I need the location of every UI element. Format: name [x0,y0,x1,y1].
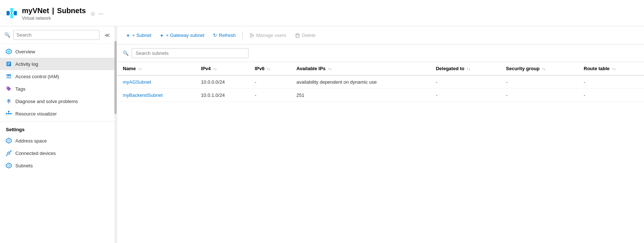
sidebar-item-label: Tags [15,86,25,92]
col-name[interactable]: Name ↑↓ [117,62,195,75]
refresh-icon: ↻ [213,33,217,38]
page-header: myVNet | Subnets Virtual network ☆ ··· [0,0,644,26]
sort-icon-delegated-to: ↑↓ [467,67,470,71]
cell-name[interactable]: myBackendSubnet [117,89,195,102]
sidebar-item-subnets[interactable]: Subnets [0,159,117,172]
svg-rect-1 [14,11,17,15]
svg-point-15 [7,87,8,88]
sidebar-item-connected-devices[interactable]: Connected devices [0,147,117,159]
add-gateway-subnet-button[interactable]: + + Gateway subnet [156,30,208,41]
manage-users-button[interactable]: Manage users [246,30,290,41]
sidebar-item-overview[interactable]: Overview [0,45,117,58]
sidebar-item-resource-visualizer[interactable]: Resource visualizer [0,107,117,120]
more-options-icon[interactable]: ··· [98,11,103,17]
sidebar-item-access-control[interactable]: Access control (IAM) [0,70,117,83]
overview-icon [6,49,12,54]
col-ipv6[interactable]: IPv6 ↑↓ [249,62,291,75]
cell-name[interactable]: myAGSubnet [117,75,195,89]
sidebar-item-diagnose[interactable]: Diagnose and solve problems [0,95,117,107]
app-logo [6,7,18,20]
sidebar-item-activity-log[interactable]: Activity log [0,58,117,70]
page-title: Subnets [57,7,86,15]
svg-marker-35 [8,164,10,167]
resource-type: Virtual network [22,16,86,21]
title-separator: | [52,7,54,15]
content-area: + + Subnet + + Gateway subnet ↻ Refresh [117,26,644,243]
sidebar-search-icon: 🔍 [4,32,10,38]
sidebar-item-address-space[interactable]: Address space [0,134,117,147]
add-subnet-button[interactable]: + + Subnet [123,30,155,41]
cell-available-ips: availability dependent on dynamic use [291,75,430,89]
diagnose-icon [6,98,12,104]
content-search-bar: 🔍 [117,45,644,62]
content-search-icon: 🔍 [123,50,129,56]
sidebar-collapse-button[interactable]: ≪ [102,31,112,39]
sidebar-item-tags[interactable]: Tags [0,83,117,95]
content-search-input[interactable] [132,48,249,58]
sort-icon-name: ↑↓ [138,67,142,71]
svg-marker-8 [7,50,10,53]
svg-rect-0 [7,11,10,15]
col-available-ips[interactable]: Available IPs ↑↓ [291,62,430,75]
header-title-block: myVNet | Subnets Virtual network [22,7,86,21]
cell-delegated-to: - [430,75,500,89]
address-space-icon [6,138,12,144]
sidebar-scrollbar-thumb[interactable] [114,41,117,114]
toolbar-separator [242,32,243,39]
sidebar-item-label: Connected devices [15,151,56,156]
cell-route-table: - [578,89,644,102]
subnets-table-area: Name ↑↓ IPv4 ↑↓ IPv6 ↑↓ Available IPs [117,62,644,243]
favorite-icon[interactable]: ☆ [90,10,95,17]
add-gateway-icon: + [160,32,163,38]
main-title: myVNet | Subnets [22,7,86,15]
toolbar: + + Subnet + + Gateway subnet ↻ Refresh [117,26,644,45]
sidebar-item-label: Address space [15,138,47,144]
sidebar-search-input[interactable] [13,30,99,40]
activity-log-icon [6,61,12,67]
sidebar: 🔍 ≪ Overview Activity log [0,26,117,243]
add-subnet-label: + Subnet [132,33,151,38]
svg-point-31 [11,151,12,152]
cell-security-group: - [500,89,578,102]
svg-point-13 [7,75,9,76]
connected-devices-icon [6,150,12,156]
cell-ipv6: - [249,89,291,102]
main-layout: 🔍 ≪ Overview Activity log [0,26,644,243]
resource-name: myVNet [22,7,49,15]
cell-ipv4: 10.0.0.0/24 [195,75,249,89]
access-control-icon [6,73,12,79]
sort-icon-security-group: ↑↓ [542,67,546,71]
add-subnet-icon: + [126,32,130,38]
svg-point-21 [6,113,7,114]
svg-point-14 [9,75,11,76]
add-gateway-label: + Gateway subnet [165,33,204,38]
cell-available-ips: 251 [291,89,430,102]
svg-rect-2 [10,8,13,12]
col-route-table[interactable]: Route table ↑↓ [578,62,644,75]
refresh-label: Refresh [219,33,236,38]
sort-icon-route-table: ↑↓ [612,67,615,71]
subnets-table: Name ↑↓ IPv4 ↑↓ IPv6 ↑↓ Available IPs [117,62,644,102]
table-row: myAGSubnet 10.0.0.0/24 - availability de… [117,75,644,89]
table-header-row: Name ↑↓ IPv4 ↑↓ IPv6 ↑↓ Available IPs [117,62,644,75]
cell-security-group: - [500,75,578,89]
svg-marker-34 [6,163,11,168]
sidebar-scrollbar-track [114,26,117,243]
cell-ipv6: - [249,75,291,89]
manage-users-label: Manage users [256,33,286,38]
svg-line-18 [7,101,8,102]
delete-icon [295,33,300,38]
col-ipv4[interactable]: IPv4 ↑↓ [195,62,249,75]
table-row: myBackendSubnet 10.0.1.0/24 - 251 - - - [117,89,644,102]
sidebar-item-label: Subnets [15,163,33,168]
delete-button[interactable]: Delete [291,30,319,41]
sidebar-search-bar: 🔍 ≪ [0,26,117,44]
refresh-button[interactable]: ↻ Refresh [209,30,239,40]
cell-delegated-to: - [430,89,500,102]
col-security-group[interactable]: Security group ↑↓ [500,62,578,75]
manage-users-icon [249,33,254,38]
col-delegated-to[interactable]: Delegated to ↑↓ [430,62,500,75]
subnets-icon [6,163,12,168]
svg-point-23 [8,111,10,112]
sidebar-item-label: Access control (IAM) [15,74,59,79]
